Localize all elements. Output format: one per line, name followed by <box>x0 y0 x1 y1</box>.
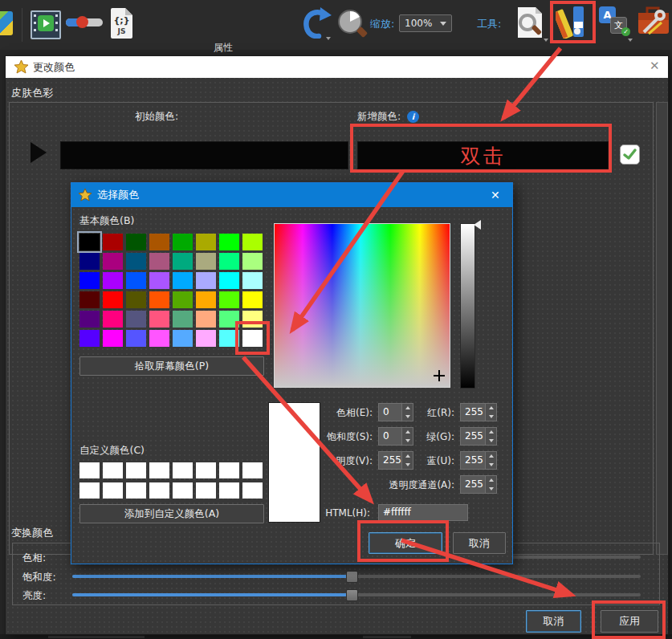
translate-icon[interactable]: A 文 ✓ <box>599 6 633 42</box>
main-apply-button[interactable]: 应用 <box>601 610 658 633</box>
basic-color-swatch[interactable] <box>149 291 169 308</box>
basic-color-swatch[interactable] <box>173 234 193 250</box>
basic-color-swatch[interactable] <box>126 330 146 347</box>
basic-color-swatch[interactable] <box>173 330 193 347</box>
basic-color-swatch[interactable] <box>79 291 100 308</box>
close-icon[interactable]: ✕ <box>650 60 660 72</box>
image-icon[interactable] <box>0 11 13 35</box>
basic-color-swatch[interactable] <box>149 272 169 289</box>
custom-color-swatch[interactable] <box>173 482 193 499</box>
slider-icon[interactable] <box>66 18 103 27</box>
ok-button[interactable]: 确定 <box>369 532 442 554</box>
custom-color-swatch[interactable] <box>219 462 239 478</box>
basic-color-swatch[interactable] <box>126 311 146 328</box>
video-icon[interactable] <box>31 10 61 39</box>
red-spinbox[interactable]: 255 <box>460 403 497 421</box>
add-custom-color-button[interactable]: 添加到自定义颜色(A) <box>79 504 264 523</box>
custom-color-swatch[interactable] <box>126 482 146 499</box>
green-spinbox[interactable]: 255 <box>460 427 497 446</box>
pick-screen-color-button[interactable]: 拾取屏幕颜色(P) <box>79 356 264 376</box>
basic-color-swatch[interactable] <box>103 291 123 308</box>
custom-color-swatch[interactable] <box>79 482 100 499</box>
basic-color-swatch[interactable] <box>242 272 263 289</box>
js-file-icon[interactable]: {;} JS <box>111 8 132 39</box>
custom-color-swatch[interactable] <box>79 462 100 478</box>
basic-color-swatch[interactable] <box>196 291 216 308</box>
hue-spinbox[interactable]: 0 <box>378 403 413 421</box>
color-swatches-icon[interactable] <box>556 6 591 39</box>
basic-color-swatch[interactable] <box>126 234 146 250</box>
custom-color-swatch[interactable] <box>103 462 123 478</box>
basic-color-swatch[interactable] <box>79 311 100 328</box>
new-color-bar[interactable]: 双击 <box>357 141 609 169</box>
basic-color-swatch[interactable] <box>103 272 123 289</box>
basic-color-swatch[interactable] <box>79 234 100 250</box>
basic-color-swatch[interactable] <box>126 272 146 289</box>
basic-color-swatch[interactable] <box>173 291 193 308</box>
value-slider-handle[interactable] <box>474 220 481 230</box>
value-slider[interactable] <box>460 223 475 389</box>
close-icon[interactable]: ✕ <box>491 189 500 201</box>
custom-color-swatch[interactable] <box>242 462 263 478</box>
html-input[interactable]: #ffffff <box>378 504 468 521</box>
initial-color-bar[interactable] <box>60 141 348 169</box>
custom-color-swatch[interactable] <box>219 482 239 499</box>
custom-color-swatch[interactable] <box>242 482 263 499</box>
saturation-spinbox[interactable]: 0 <box>378 427 413 446</box>
basic-color-swatch[interactable] <box>149 253 169 270</box>
basic-color-swatch[interactable] <box>79 253 100 270</box>
value-spinbox[interactable]: 255 <box>378 451 413 470</box>
basic-color-swatch[interactable] <box>173 272 193 289</box>
custom-color-swatch[interactable] <box>149 482 169 499</box>
blue-spinbox[interactable]: 255 <box>460 451 497 470</box>
basic-color-swatch[interactable] <box>242 311 263 328</box>
saturation-slider[interactable] <box>72 575 641 578</box>
alpha-spinbox[interactable]: 255 <box>460 475 497 494</box>
basic-color-swatch[interactable] <box>196 330 216 347</box>
basic-color-swatch[interactable] <box>219 272 239 289</box>
custom-color-swatch[interactable] <box>149 462 169 478</box>
basic-color-swatch[interactable] <box>103 311 123 328</box>
custom-color-swatch[interactable] <box>103 482 123 499</box>
basic-color-swatch[interactable] <box>219 234 239 250</box>
basic-color-swatch[interactable] <box>219 253 239 270</box>
basic-color-swatch[interactable] <box>242 253 263 270</box>
custom-color-swatch[interactable] <box>173 462 193 478</box>
zoom-dropdown[interactable]: 100% <box>399 14 452 32</box>
select-color-titlebar[interactable]: 选择颜色 ✕ <box>71 183 512 207</box>
basic-color-swatch[interactable] <box>173 311 193 328</box>
basic-color-swatch[interactable] <box>149 311 169 328</box>
basic-color-swatch[interactable] <box>103 253 123 270</box>
basic-color-swatch[interactable] <box>196 311 216 328</box>
basic-color-swatch[interactable] <box>79 272 100 289</box>
basic-color-swatch[interactable] <box>173 253 193 270</box>
slider-handle[interactable] <box>346 589 358 601</box>
properties-tab[interactable]: 属性 <box>214 41 233 55</box>
doc-search-icon[interactable] <box>511 5 548 43</box>
custom-color-swatch[interactable] <box>196 462 216 478</box>
basic-color-swatch[interactable] <box>196 272 216 289</box>
basic-color-swatch[interactable] <box>219 311 239 328</box>
basic-color-swatch[interactable] <box>103 234 123 250</box>
basic-color-swatch[interactable] <box>103 330 123 347</box>
basic-color-swatch[interactable] <box>242 234 263 250</box>
custom-color-swatch[interactable] <box>196 482 216 499</box>
basic-color-swatch[interactable] <box>126 291 146 308</box>
basic-color-swatch[interactable] <box>79 330 100 347</box>
vertical-scrollbar[interactable] <box>656 102 668 555</box>
basic-color-swatch[interactable] <box>242 330 263 347</box>
hue-saturation-field[interactable] <box>274 223 450 388</box>
main-cancel-button[interactable]: 取消 <box>526 610 581 633</box>
basic-color-swatch[interactable] <box>219 291 239 308</box>
row-enabled-checkbox[interactable] <box>620 144 640 165</box>
basic-color-swatch[interactable] <box>149 234 169 250</box>
undo-icon[interactable] <box>300 6 332 42</box>
basic-color-swatch[interactable] <box>196 234 216 250</box>
basic-color-swatch[interactable] <box>196 253 216 270</box>
basic-color-swatch[interactable] <box>149 330 169 347</box>
cancel-button[interactable]: 取消 <box>453 532 506 554</box>
toolbox-icon[interactable] <box>637 5 670 42</box>
custom-color-swatch[interactable] <box>126 462 146 478</box>
expand-triangle-icon[interactable] <box>31 142 47 163</box>
gauge-icon[interactable] <box>336 8 368 42</box>
